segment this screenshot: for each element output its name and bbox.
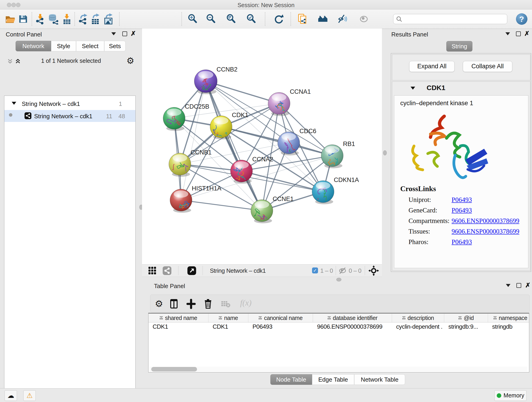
table-cell[interactable]: CDK1	[152, 323, 207, 332]
network-node-count: 11	[106, 113, 112, 120]
network-view-button[interactable]	[162, 266, 172, 275]
network-collection-row[interactable]: String Network – cdk1 1	[4, 98, 135, 110]
network-row-selected[interactable]: String Network – cdk1 11 48	[4, 110, 135, 122]
control-panel-close-icon[interactable]: ✗	[131, 32, 136, 36]
column-header-namespace[interactable]: namespace	[488, 313, 532, 322]
add-column-icon[interactable]	[186, 299, 196, 309]
crosslink-value-link[interactable]: P06493	[452, 238, 472, 246]
results-panel-float-icon[interactable]	[516, 32, 521, 36]
crosslink-row: Tissues:9606.ENSP00000378699	[409, 228, 523, 238]
column-header-description[interactable]: description	[392, 313, 444, 322]
hide-selected-eye-icon-button[interactable]	[338, 13, 348, 25]
control-panel-float-icon[interactable]	[122, 32, 127, 36]
results-panel-close-icon[interactable]: ✗	[524, 32, 530, 36]
tab-node-table[interactable]: Node Table	[270, 374, 312, 385]
collapse-all-button[interactable]: Collapse All	[463, 61, 512, 72]
search-input[interactable]	[402, 16, 501, 22]
control-panel-menu-icon[interactable]	[111, 32, 116, 35]
network-view-toolbar: String Network – cdk1 ✓ 1 – 0 0 – 0	[142, 264, 382, 277]
zoom-out-button[interactable]	[206, 13, 216, 25]
column-header-canonical-name[interactable]: canonical name	[248, 313, 313, 322]
import-network-from-database-button[interactable]	[48, 13, 58, 25]
help-button[interactable]: ?	[516, 13, 527, 25]
grid-view-button[interactable]	[147, 266, 157, 275]
cytoscape-window: Session: New Session	[0, 0, 532, 402]
footer-separator	[203, 266, 203, 275]
table-cell[interactable]: cyclin-dependent ...	[396, 323, 443, 332]
detach-view-button[interactable]	[187, 266, 196, 275]
pan-crosshair-icon[interactable]	[368, 265, 379, 276]
network-type-icon	[25, 112, 32, 119]
show-columns-icon[interactable]	[170, 299, 179, 309]
crosslink-value-link[interactable]: 9606.ENSP00000378699	[452, 217, 519, 225]
table-cell[interactable]: 9606.ENSP00000378699	[317, 323, 391, 332]
tab-network[interactable]: Network	[16, 41, 51, 51]
column-header-name[interactable]: name	[209, 313, 248, 322]
table-gear-icon[interactable]: ⚙	[155, 298, 163, 309]
crosslink-value-link[interactable]: P06493	[452, 196, 472, 204]
toolbar-separator	[32, 12, 32, 26]
export-table-button[interactable]	[90, 13, 101, 25]
collapse-all-networks-icon[interactable]	[7, 58, 13, 64]
table-cell[interactable]: stringdb	[492, 323, 531, 332]
network-node-CDKN1A[interactable]: CDKN1A	[300, 177, 359, 204]
table-panel-menu-icon[interactable]	[506, 284, 510, 287]
delete-column-trash-icon[interactable]	[203, 298, 213, 309]
export-image-button[interactable]	[103, 13, 114, 25]
search-icon	[396, 16, 402, 22]
network-node-CDC25B[interactable]: CDC25B	[163, 103, 209, 131]
network-graph[interactable]: CCNB2CCNA1CDC25BCDK1CDC6RB1CCNB1CCNA2CDK…	[142, 29, 382, 264]
zoom-in-button[interactable]	[187, 13, 198, 25]
network-canvas[interactable]: CCNB2CCNA1CDC25BCDK1CDC6RB1CCNB1CCNA2CDK…	[142, 29, 382, 264]
network-node-CCNB1[interactable]: CCNB1	[167, 149, 212, 180]
expand-all-button[interactable]: Expand All	[409, 61, 455, 72]
column-header-shared-name[interactable]: shared name	[148, 313, 209, 322]
collection-expand-icon[interactable]	[12, 102, 16, 105]
control-panel-title: Control Panel	[6, 31, 42, 38]
open-session-button[interactable]	[5, 13, 16, 25]
zoom-selected-button[interactable]	[246, 13, 257, 25]
tab-sets[interactable]: Sets	[104, 41, 126, 51]
table-cell[interactable]: CDK1	[213, 323, 247, 332]
zoom-fit-button[interactable]	[226, 13, 236, 25]
table-horizontal-scrollbar[interactable]	[149, 367, 527, 372]
node-label: CCNA2	[252, 156, 273, 163]
column-header--id[interactable]: @id	[444, 313, 488, 322]
clone-network-button[interactable]	[298, 13, 308, 25]
network-node-HIST1H1A[interactable]: HIST1H1A	[170, 185, 221, 213]
tab-edge-table[interactable]: Edge Table	[312, 374, 354, 385]
hidden-eye-slash-icon[interactable]	[339, 267, 347, 274]
expand-all-networks-icon[interactable]	[15, 58, 21, 64]
save-session-button[interactable]	[18, 13, 28, 25]
column-header-database-identifier[interactable]: database identifier	[313, 313, 392, 322]
network-options-gear-icon[interactable]: ⚙	[127, 56, 134, 66]
cloud-status-button[interactable]: ☁	[5, 390, 17, 401]
refresh-button[interactable]	[273, 13, 284, 25]
right-splitter-handle[interactable]	[383, 150, 387, 155]
import-table-button[interactable]	[62, 13, 72, 25]
crosslink-value-link[interactable]: 9606.ENSP00000378699	[452, 228, 519, 235]
export-network-button[interactable]	[78, 13, 89, 25]
show-all-eye-icon-button[interactable]	[359, 13, 370, 25]
tab-select[interactable]: Select	[76, 41, 104, 51]
crosslinks-list: Uniprot:P06493GeneCard:P06493Compartment…	[409, 196, 523, 249]
network-node-RB1[interactable]: RB1	[321, 140, 355, 170]
import-network-button[interactable]	[35, 13, 46, 25]
scrollbar-thumb[interactable]	[151, 367, 197, 371]
tab-string[interactable]: String	[446, 41, 472, 51]
section-collapse-icon[interactable]	[411, 87, 415, 89]
column-sort-icon	[159, 316, 163, 320]
table-cell[interactable]: P06493	[253, 323, 312, 332]
results-panel-menu-icon[interactable]	[505, 32, 510, 35]
table-panel-close-icon[interactable]: ✗	[525, 283, 530, 288]
tab-network-table[interactable]: Network Table	[354, 374, 405, 385]
search-field[interactable]	[393, 14, 507, 24]
table-panel-float-icon[interactable]	[516, 283, 521, 288]
table-cell[interactable]: stringdb:9...	[448, 323, 487, 332]
selected-checkbox-icon[interactable]: ✓	[312, 268, 318, 274]
tab-style[interactable]: Style	[51, 41, 76, 51]
warnings-button[interactable]: ⚠	[23, 390, 36, 401]
memory-button[interactable]: Memory	[494, 390, 526, 401]
home-networks-button[interactable]	[317, 13, 328, 25]
crosslink-value-link[interactable]: P06493	[452, 206, 472, 214]
